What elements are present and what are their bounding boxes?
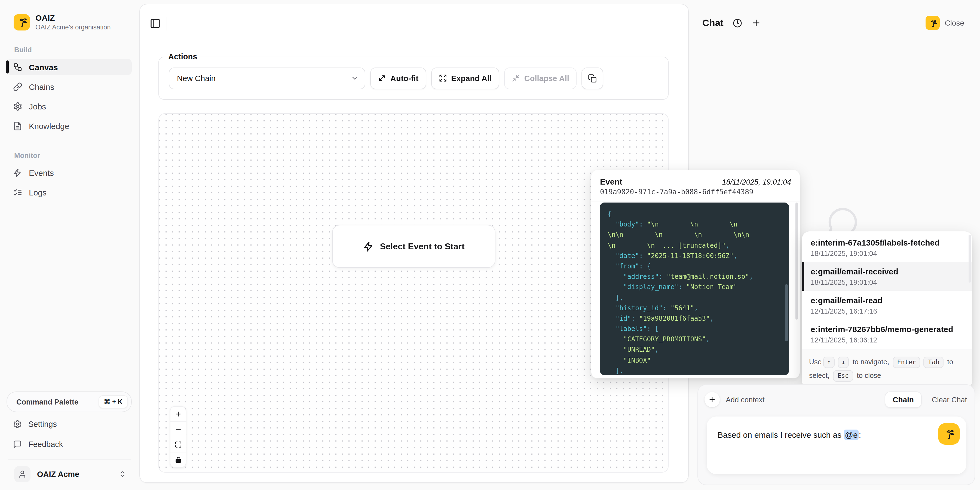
event-payload: { "body": "\n \n \n \n\n \n \n \n\n \n \… xyxy=(608,209,781,375)
plus-icon xyxy=(175,410,181,418)
settings-label: Settings xyxy=(28,420,57,428)
gear-icon xyxy=(13,420,22,428)
minus-icon xyxy=(175,426,181,433)
popup-scrollbar-thumb[interactable] xyxy=(795,202,798,320)
chain-mode-button[interactable]: Chain xyxy=(885,391,922,408)
chat-input[interactable]: Based on emails I receive such as @e: xyxy=(707,417,966,474)
add-context-label: Add context xyxy=(726,396,885,404)
zap-icon xyxy=(13,168,22,177)
event-detail-popup: Event 18/11/2025, 19:01:04 019a9820-971c… xyxy=(591,170,800,379)
add-context-button[interactable] xyxy=(705,392,720,407)
section-label-build: Build xyxy=(14,46,132,54)
collapse-all-button[interactable]: Collapse All xyxy=(504,67,577,89)
event-payload-block[interactable]: { "body": "\n \n \n \n\n \n \n \n\n \n \… xyxy=(600,202,789,375)
sidebar-item-events[interactable]: Events xyxy=(6,164,132,181)
collapse-all-label: Collapse All xyxy=(524,74,569,83)
message-square-icon xyxy=(13,440,22,449)
feedback-label: Feedback xyxy=(28,440,63,449)
command-palette-button[interactable]: Command Palette ⌘ + K xyxy=(6,391,132,412)
zoom-out-button[interactable] xyxy=(170,422,186,437)
sidebar-item-chains[interactable]: Chains xyxy=(6,78,132,95)
expand-all-button[interactable]: Expand All xyxy=(431,67,499,89)
expand-icon xyxy=(439,74,447,82)
chevron-down-icon xyxy=(351,74,359,82)
code-scrollbar-thumb[interactable] xyxy=(785,284,788,341)
chat-header: Chat xyxy=(702,15,761,31)
suggestion-scrollbar-thumb[interactable] xyxy=(969,235,971,283)
select-event-to-start-button[interactable]: Select Event to Start xyxy=(332,225,495,268)
panel-left-icon xyxy=(150,18,161,29)
copy-button[interactable] xyxy=(582,67,603,89)
start-button-label: Select Event to Start xyxy=(380,242,465,251)
palm-badge xyxy=(926,16,940,30)
lock-button[interactable] xyxy=(170,452,186,467)
event-popup-timestamp: 18/11/2025, 19:01:04 xyxy=(722,178,791,186)
sidebar-item-jobs[interactable]: Jobs xyxy=(6,98,132,115)
chat-close-button[interactable]: Close xyxy=(926,16,964,30)
sidebar-footer: Command Palette ⌘ + K Settings Feedback … xyxy=(6,391,132,482)
new-chat-plus-icon[interactable] xyxy=(751,18,761,28)
clear-chat-button[interactable]: Clear Chat xyxy=(932,396,967,404)
mention-token: @e xyxy=(844,430,859,440)
sidebar-item-label: Knowledge xyxy=(29,121,69,130)
event-popup-divider xyxy=(591,201,800,202)
sidebar-item-logs[interactable]: Logs xyxy=(6,184,132,200)
org-switcher[interactable]: OAIZ OAIZ Acme's organisation xyxy=(14,13,111,31)
selected-indicator-bar xyxy=(802,262,804,291)
plus-icon xyxy=(708,396,716,403)
sidebar-divider xyxy=(8,460,130,460)
key-enter: Enter xyxy=(893,356,920,368)
suggestion-item-selected[interactable]: e:gmail/email-received 18/11/2025, 19:01… xyxy=(802,262,972,291)
key-down: ↓ xyxy=(838,356,849,368)
suggestion-list: e:interim-67a1305f/labels-fetched 18/11/… xyxy=(802,231,972,350)
sidebar: OAIZ OAIZ Acme's organisation Build Canv… xyxy=(0,0,139,490)
actions-legend: Actions xyxy=(165,52,200,61)
suggestion-item[interactable]: e:interim-78967bb6/company-research xyxy=(802,348,972,350)
key-esc: Esc xyxy=(833,370,853,382)
fullscreen-icon xyxy=(175,441,181,448)
fit-view-button[interactable] xyxy=(170,437,186,452)
suggestion-item[interactable]: e:gmail/email-read 12/11/2025, 16:17:16 xyxy=(802,291,972,320)
org-description: OAIZ Acme's organisation xyxy=(35,24,111,31)
sidebar-item-label: Events xyxy=(29,168,54,177)
account-menu[interactable]: OAIZ Acme xyxy=(6,466,132,482)
chain-select[interactable]: New Chain xyxy=(169,67,365,89)
link-icon xyxy=(13,82,22,91)
chat-input-text: Based on emails I receive such as @e: xyxy=(718,430,861,441)
palm-logo-icon xyxy=(17,17,27,27)
app-root: OAIZ OAIZ Acme's organisation Build Canv… xyxy=(0,0,980,490)
command-palette-shortcut: ⌘ + K xyxy=(98,395,128,408)
zap-icon xyxy=(363,241,374,252)
sidebar-item-feedback[interactable]: Feedback xyxy=(6,436,132,452)
command-palette-label: Command Palette xyxy=(16,398,78,406)
sidebar-item-canvas[interactable]: Canvas xyxy=(6,59,132,75)
expand-all-label: Expand All xyxy=(451,74,492,83)
chat-title: Chat xyxy=(702,17,724,29)
sidebar-nav: Build Canvas Chains Jobs Knowledge Monit… xyxy=(6,46,132,204)
key-tab: Tab xyxy=(924,356,944,368)
sidebar-toggle-button[interactable] xyxy=(150,18,161,29)
workflow-icon xyxy=(13,62,22,72)
palm-logo-icon xyxy=(929,19,937,27)
event-popup-title: Event xyxy=(600,177,622,186)
sidebar-item-knowledge[interactable]: Knowledge xyxy=(6,118,132,134)
history-clock-icon[interactable] xyxy=(733,18,742,27)
auto-fit-button[interactable]: Auto-fit xyxy=(370,67,426,89)
suggestion-item[interactable]: e:interim-67a1305f/labels-fetched 18/11/… xyxy=(802,233,972,262)
chevrons-up-down-icon xyxy=(119,470,126,478)
avatar xyxy=(14,466,30,482)
chat-composer: Add context Chain Clear Chat Based on em… xyxy=(697,384,975,485)
suggestion-hints: Use↑↓ to navigate, EnterTab to select, E… xyxy=(802,350,972,388)
active-indicator xyxy=(6,60,9,73)
gear-icon xyxy=(13,102,22,111)
sidebar-item-label: Canvas xyxy=(29,62,58,72)
zoom-in-button[interactable] xyxy=(170,407,186,422)
move-diagonal-icon xyxy=(378,74,386,82)
suggestion-item[interactable]: e:interim-78267bb6/memo-generated 12/11/… xyxy=(802,320,972,348)
event-suggestion-dropdown: e:interim-67a1305f/labels-fetched 18/11/… xyxy=(802,231,972,388)
key-up: ↑ xyxy=(823,356,834,368)
file-text-icon xyxy=(13,121,22,130)
send-button[interactable] xyxy=(938,423,960,445)
sidebar-item-label: Jobs xyxy=(29,102,46,111)
sidebar-item-settings[interactable]: Settings xyxy=(6,416,132,432)
